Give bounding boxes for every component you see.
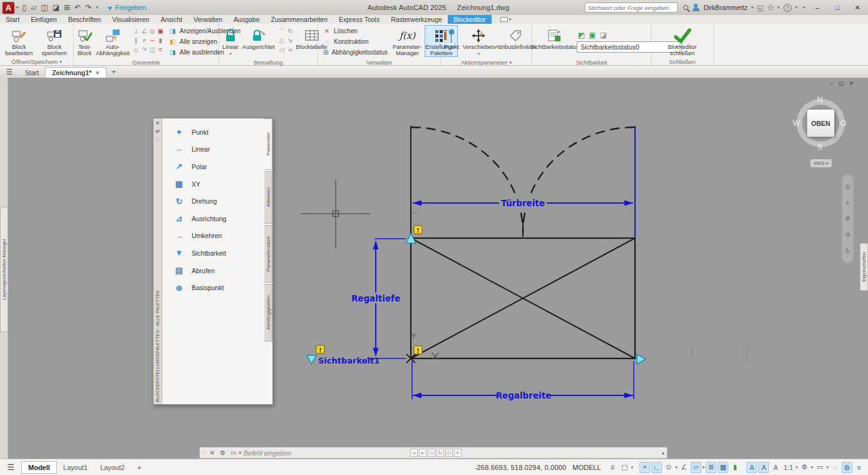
blockeditor-schliessen-button[interactable]: Blockeditor schließen — [655, 25, 710, 57]
zoom-out-icon[interactable]: ⊖ — [845, 231, 850, 238]
parameter-manager-button[interactable]: ƒ(x) Parameter-Manager — [391, 25, 423, 57]
loop-icon[interactable]: ↻ — [437, 449, 444, 457]
dynamic-input-icon[interactable]: ⌖ — [639, 462, 650, 473]
palette-tab-parameter[interactable]: Parameter — [264, 118, 272, 170]
ausgerichtet-button[interactable]: Ausgerichtet — [241, 25, 276, 51]
block-bearbeiten-button[interactable]: Block bearbeiten — [2, 25, 36, 57]
dwg-minimize-icon[interactable]: – — [828, 80, 835, 86]
notifications-icon[interactable]: ◔ — [801, 4, 805, 11]
sichtbarkeitsstatus-button[interactable]: Sichtbarkeitsstatus — [534, 25, 576, 51]
save-as-icon[interactable]: ◪ — [53, 3, 59, 12]
ribbon-tab-ansicht[interactable]: Ansicht — [155, 15, 188, 24]
layout-tab-modell[interactable]: Modell — [21, 461, 57, 474]
isolate-objects-icon[interactable]: ◌ — [830, 462, 840, 473]
attributdefinition-button[interactable]: Attributdefinition — [497, 25, 534, 51]
punkt-parameter-button[interactable]: Punkt ▾ — [443, 25, 460, 58]
search-input[interactable] — [588, 4, 674, 11]
isodraft-icon[interactable]: ∠ — [679, 462, 690, 473]
file-tabs-menu-icon[interactable]: ☰ — [0, 68, 19, 78]
dwg-close-icon[interactable]: ✕ — [848, 80, 855, 86]
redo-icon[interactable]: ↷ — [85, 3, 91, 12]
wcs-menu[interactable]: WKS▾ — [810, 159, 832, 167]
linear-bemassung-button[interactable]: Linear ▾ — [221, 25, 240, 58]
dim-icon[interactable]: ⌒ — [279, 28, 285, 37]
cursor-coordinates[interactable]: -268.6693, 518.0294, 0.0000 — [475, 464, 567, 471]
customization-icon[interactable]: ≡ — [854, 462, 864, 473]
command-prompt[interactable]: Befehl eingeben — [244, 449, 291, 457]
file-tab-zeichnung1[interactable]: Zeichnung1*✕ — [45, 67, 106, 78]
help-caret-icon[interactable]: ▾ — [795, 5, 798, 10]
panel-label-geometrie[interactable]: Geometrie — [74, 59, 219, 66]
palette-item-umkehren[interactable]: →Umkehren — [162, 227, 264, 245]
layer-properties-manager-tab[interactable]: Layereigenschaften-Manager — [0, 207, 8, 332]
layout-tab-layout2[interactable]: Layout2 — [94, 462, 131, 473]
share-button[interactable]: ➤ Freigeben — [107, 4, 147, 12]
osnap-3d-icon[interactable]: ▮ — [730, 462, 740, 473]
grid-small-icon[interactable]: ⊡ — [445, 449, 453, 457]
step-back-icon[interactable]: ◂ — [410, 449, 418, 457]
autocad-logo-icon[interactable]: A — [3, 2, 14, 14]
palette-tab-abhaengigkeiten[interactable]: Abhängigkeiten — [264, 284, 272, 342]
compass-south[interactable]: S — [817, 143, 822, 152]
constraint-icon[interactable]: ≠ — [143, 37, 147, 46]
panel-label-sichtbarkeit[interactable]: Sichtbarkeit — [532, 59, 651, 66]
block-speichern-button[interactable]: Block speichern — [38, 25, 72, 57]
recent-commands-icon[interactable]: ▭ — [228, 449, 239, 456]
constraint-icon[interactable]: ◎ — [150, 28, 155, 37]
steering-wheel-icon[interactable]: ◎ — [845, 183, 850, 190]
user-menu-caret-icon[interactable]: ▾ — [752, 5, 754, 10]
auto-abhaengigkeit-button[interactable]: Auto-Abhängigkeit — [95, 25, 131, 57]
visibility-mode-icon[interactable]: ◪ — [600, 31, 607, 39]
ribbon-tab-express-tools[interactable]: Express Tools — [333, 15, 385, 24]
plot-icon[interactable]: ⊞ — [64, 3, 70, 12]
workspace-caret-icon[interactable]: ▾ — [811, 465, 814, 470]
model-space-indicator[interactable]: MODELL — [572, 464, 601, 471]
palette-item-linear[interactable]: ⇔Linear — [162, 141, 264, 159]
snap-caret-icon[interactable]: ▾ — [631, 465, 634, 470]
annotation-monitor-icon[interactable]: ▭ — [814, 462, 825, 473]
otrack-caret-icon[interactable]: ▾ — [703, 465, 705, 470]
viewcube-top-face[interactable]: OBEN — [807, 109, 835, 137]
abhaengigkeitsstatus-button[interactable]: ⊞Abhängigkeitsstatus — [320, 47, 390, 58]
constraint-icon[interactable]: ─ — [150, 37, 155, 46]
user-avatar-icon[interactable] — [692, 4, 700, 12]
konstruktion-button[interactable]: ◌Konstruktion — [320, 36, 390, 47]
palette-item-sichtbarkeit[interactable]: ▼Sichtbarkeit — [162, 244, 264, 262]
ribbon-display-options[interactable]: ▾ — [497, 15, 515, 24]
constraint-icon[interactable]: ▮ — [158, 37, 162, 46]
window-minimize-button[interactable]: – — [809, 1, 825, 14]
layout-tab-layout1[interactable]: Layout1 — [57, 462, 94, 473]
ribbon-tab-ausgabe[interactable]: Ausgabe — [228, 15, 265, 24]
command-line[interactable]: ∷ ✕ ⚙ ▭ ▾ Befehl eingeben ◂ ▸ ▭ ↻ ⊡ ✕ ▴ — [199, 447, 668, 459]
ribbon-tab-einfuegen[interactable]: Einfügen — [25, 15, 62, 24]
eigenschaften-tab[interactable]: Eigenschaften — [860, 243, 868, 291]
palette-item-basispunkt[interactable]: ⊕Basispunkt — [162, 279, 264, 296]
compass-west[interactable]: W — [793, 119, 800, 128]
recent-commands-caret-icon[interactable]: ▾ — [239, 451, 242, 456]
palette-item-xy[interactable]: ▦XY — [162, 175, 264, 193]
workspace-switching-icon[interactable]: ⚙ — [799, 462, 810, 473]
commandline-tools-icon[interactable]: ⚙ — [217, 449, 228, 456]
palette-tab-parametersaetze[interactable]: Parametersätze — [264, 225, 272, 283]
compass-north[interactable]: N — [817, 95, 823, 104]
new-drawing-tab-button[interactable]: + — [106, 66, 121, 78]
community-caret-icon[interactable]: ▾ — [777, 5, 780, 10]
polar-caret-icon[interactable]: ▾ — [675, 465, 678, 470]
frame-icon[interactable]: ▭ — [428, 449, 435, 457]
annotation-visibility-icon[interactable]: A — [747, 462, 757, 473]
compass-east[interactable]: O — [840, 119, 846, 128]
verschieben-button[interactable]: Verschieben ▾ — [462, 25, 496, 58]
scale-caret-icon[interactable]: ▾ — [795, 465, 798, 470]
palette-tab-aktionen[interactable]: Aktionen — [264, 171, 272, 224]
zoom-in-icon[interactable]: ⊕ — [845, 215, 850, 222]
constraint-icon[interactable]: ▣ — [158, 28, 163, 37]
object-snap-tracking-icon[interactable]: ▱ — [691, 462, 701, 473]
ortho-mode-icon[interactable]: ∟ — [651, 462, 662, 473]
ribbon-tab-verwalten[interactable]: Verwalten — [188, 15, 228, 24]
commandline-close-icon[interactable]: ✕ — [207, 449, 217, 456]
constraint-icon[interactable]: ◫ — [150, 46, 155, 56]
grid-display-icon[interactable]: # — [607, 462, 618, 473]
palette-item-ausrichtung[interactable]: ⊿Ausrichtung — [162, 210, 264, 227]
panel-label-aktionsparameter[interactable]: Aktionsparameter▾ — [441, 59, 532, 66]
dim-icon[interactable]: ≍ — [287, 46, 292, 56]
